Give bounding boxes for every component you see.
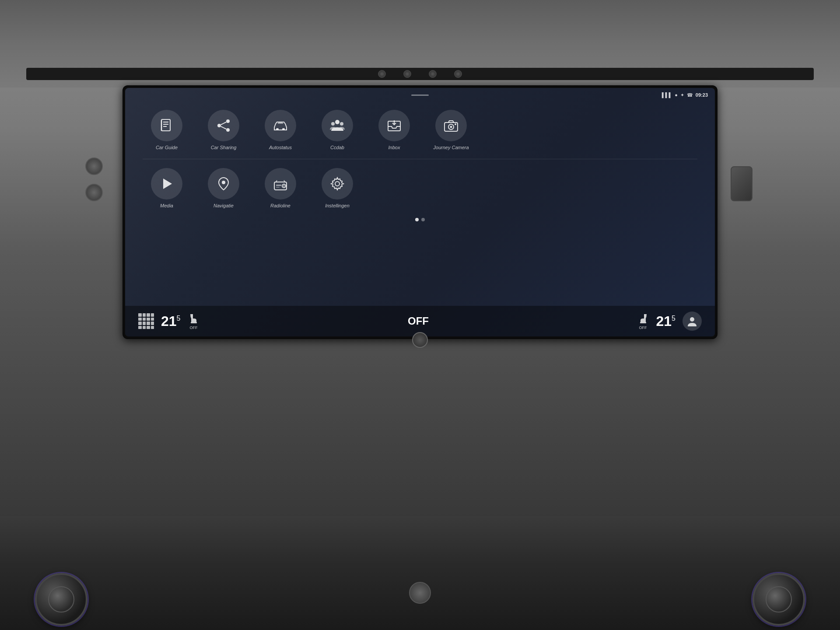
signal-icon: ▌▌▌ [662, 92, 672, 98]
rotary-knob-left[interactable] [35, 573, 88, 626]
climate-right: OFF 21 5 [637, 312, 702, 331]
seat-right-svg [637, 312, 649, 325]
rotary-knob-right[interactable] [752, 573, 805, 626]
status-bar-right: ▌▌▌ ● ✦ ☎ 09:23 [478, 92, 708, 98]
screen-bezel: ▌▌▌ ● ✦ ☎ 09:23 [122, 85, 718, 339]
infotainment-screen: ▌▌▌ ● ✦ ☎ 09:23 [125, 88, 715, 336]
grid-cell-5 [138, 318, 142, 321]
svg-point-12 [335, 120, 340, 124]
svg-point-6 [217, 124, 221, 127]
svg-rect-29 [640, 322, 646, 323]
app-navigatie[interactable]: Navigatie [195, 164, 252, 212]
grid-cell-4 [151, 313, 154, 317]
app-grid: Car Guide Car [125, 102, 715, 306]
app-instellingen[interactable]: Instellingen [309, 164, 366, 212]
svg-marker-20 [163, 178, 172, 189]
app-radioline[interactable]: Radioline [252, 164, 309, 212]
rotary-inner-right [766, 586, 792, 612]
share-icon [216, 118, 231, 133]
grid-cell-8 [151, 318, 154, 321]
car-icon [273, 118, 288, 133]
vent-knob-center-right [429, 70, 437, 78]
grid-cell-1 [138, 313, 142, 317]
vent-knob-left [378, 70, 386, 78]
status-bar-center [362, 94, 477, 96]
navigatie-icon-circle[interactable] [208, 168, 239, 200]
right-ctrl-button[interactable] [731, 166, 752, 201]
autostatus-label: Autostatus [269, 145, 292, 150]
app-inbox[interactable]: Inbox [366, 106, 423, 154]
svg-point-13 [331, 122, 335, 126]
svg-rect-10 [276, 128, 279, 130]
svg-rect-26 [276, 187, 280, 188]
car-sharing-label: Car Sharing [211, 145, 237, 150]
grid-cell-12 [151, 322, 154, 325]
app-autostatus[interactable]: Autostatus [252, 106, 309, 154]
svg-point-27 [335, 182, 340, 186]
app-media[interactable]: Media [138, 164, 195, 212]
seat-left-icon[interactable]: OFF [188, 312, 200, 330]
menu-grid-icon[interactable] [138, 313, 154, 329]
car-guide-icon-circle[interactable] [151, 110, 182, 141]
seat-right-icon[interactable]: OFF [637, 312, 649, 330]
svg-rect-25 [276, 185, 281, 186]
play-icon [159, 176, 175, 192]
profile-svg [686, 315, 698, 327]
radioline-icon-circle[interactable] [265, 168, 296, 200]
ac-off-label[interactable]: OFF [408, 315, 429, 327]
app-ccdab[interactable]: Ccdab [309, 106, 366, 154]
autostatus-icon-circle[interactable] [265, 110, 296, 141]
car-sharing-icon-circle[interactable] [208, 110, 239, 141]
people-icon [329, 118, 345, 133]
app-car-sharing[interactable]: Car Sharing [195, 106, 252, 154]
wifi-icon: ● [675, 92, 678, 98]
vent-strip [26, 68, 814, 80]
rotary-inner-left [48, 586, 74, 612]
ccdab-icon-circle[interactable] [322, 110, 353, 141]
left-side-controls [85, 158, 103, 201]
status-time: 09:23 [696, 92, 708, 98]
page-dot-2[interactable] [421, 218, 425, 221]
camera-icon [443, 118, 459, 133]
phone-icon: ☎ [687, 92, 693, 98]
vent-knob-right [454, 70, 462, 78]
seat-left-label: OFF [190, 326, 198, 330]
grid-cell-6 [143, 318, 146, 321]
ctrl-button-top[interactable] [85, 158, 103, 175]
grid-cell-10 [143, 322, 146, 325]
home-button[interactable] [412, 332, 428, 348]
instellingen-icon-circle[interactable] [322, 168, 353, 200]
home-button-area [412, 332, 428, 348]
car-dashboard: ▌▌▌ ● ✦ ☎ 09:23 [0, 0, 840, 630]
inbox-icon [386, 118, 402, 133]
svg-point-24 [284, 186, 285, 187]
svg-line-8 [221, 122, 226, 125]
svg-point-19 [455, 123, 456, 125]
grid-cell-11 [147, 322, 150, 325]
ccdab-label: Ccdab [330, 145, 344, 150]
grid-cell-7 [147, 318, 150, 321]
vent-knob-center-left [403, 70, 411, 78]
temp-right-display: 21 5 [656, 314, 676, 328]
seat-left-svg [188, 312, 200, 325]
page-dot-1[interactable] [415, 218, 419, 221]
svg-rect-11 [282, 128, 285, 130]
ctrl-button-bottom[interactable] [85, 184, 103, 201]
app-journey-camera[interactable]: Journey Camera [423, 106, 480, 154]
app-car-guide[interactable]: Car Guide [138, 106, 195, 154]
inbox-label: Inbox [388, 145, 400, 150]
temp-right-fraction: 5 [672, 315, 676, 322]
media-label: Media [160, 203, 173, 208]
inbox-icon-circle[interactable] [378, 110, 410, 141]
profile-icon[interactable] [682, 312, 702, 331]
grid-cell-2 [143, 313, 146, 317]
temp-left-frac-num: 5 [177, 315, 181, 322]
bottom-center-button[interactable] [409, 582, 431, 604]
svg-rect-28 [191, 322, 197, 323]
temp-left-number: 21 [161, 314, 177, 328]
journey-camera-icon-circle[interactable] [435, 110, 467, 141]
svg-rect-0 [161, 119, 170, 131]
grid-cell-13 [138, 326, 142, 329]
media-icon-circle[interactable] [151, 168, 182, 200]
app-row-top: Car Guide Car [134, 106, 706, 154]
